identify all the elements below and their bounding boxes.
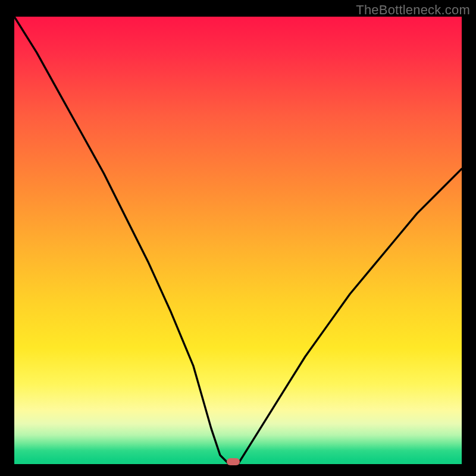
chart-frame: TheBottleneck.com [0,0,476,476]
curve-svg [14,17,462,464]
watermark-text: TheBottleneck.com [356,2,470,18]
bottleneck-curve-path [14,17,462,464]
plot-area [14,17,462,464]
minimum-marker [227,458,240,465]
